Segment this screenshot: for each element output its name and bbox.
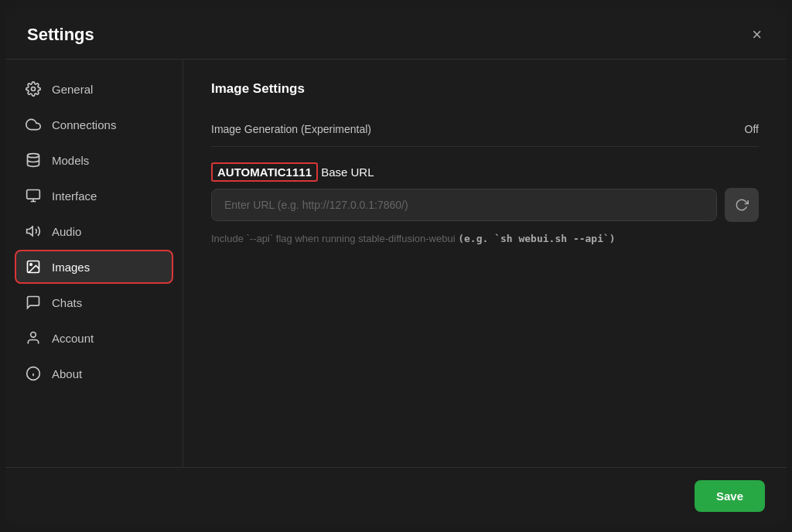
modal-body: General Connections Mo	[5, 60, 787, 467]
sidebar-item-chats[interactable]: Chats	[15, 285, 173, 319]
automatic1111-label: AUTOMATIC1111 Base URL	[211, 165, 759, 179]
hint-normal: Include `--api` flag when running stable…	[211, 233, 458, 244]
svg-point-1	[28, 154, 39, 158]
sidebar-item-about-label: About	[52, 367, 82, 380]
sidebar-item-models[interactable]: Models	[15, 143, 173, 177]
modal-footer: Save	[5, 467, 787, 524]
settings-modal: Settings × General	[5, 8, 787, 524]
gear-icon	[26, 81, 41, 97]
main-content: Image Settings Image Generation (Experim…	[183, 60, 787, 467]
sidebar-item-general-label: General	[52, 83, 93, 96]
sidebar-item-models-label: Models	[52, 154, 89, 167]
refresh-icon	[735, 198, 749, 212]
url-input[interactable]	[211, 189, 717, 221]
sidebar-item-interface[interactable]: Interface	[15, 179, 173, 213]
save-button[interactable]: Save	[695, 480, 765, 512]
automatic1111-highlight: AUTOMATIC1111	[211, 162, 318, 182]
sidebar-item-chats-label: Chats	[52, 296, 82, 309]
sidebar: General Connections Mo	[5, 60, 183, 467]
svg-rect-2	[27, 190, 40, 200]
sidebar-item-general[interactable]: General	[15, 72, 173, 106]
svg-marker-5	[27, 227, 33, 236]
monitor-icon	[26, 188, 41, 203]
modal-title: Settings	[27, 25, 94, 45]
sidebar-item-audio[interactable]: Audio	[15, 214, 173, 248]
sidebar-item-connections[interactable]: Connections	[15, 107, 173, 142]
close-button[interactable]: ×	[749, 23, 765, 46]
section-title: Image Settings	[211, 81, 759, 97]
base-url-label: Base URL	[321, 165, 374, 179]
sidebar-item-connections-label: Connections	[52, 118, 116, 131]
image-icon	[26, 259, 41, 275]
chat-icon	[26, 295, 41, 310]
image-generation-value: Off	[745, 123, 759, 135]
hint-text: Include `--api` flag when running stable…	[211, 231, 759, 247]
svg-point-7	[30, 264, 32, 266]
sidebar-item-account-label: Account	[52, 332, 94, 345]
modal-header: Settings ×	[5, 8, 787, 60]
image-generation-label: Image Generation (Experimental)	[211, 123, 371, 135]
speaker-icon	[26, 223, 41, 239]
sidebar-item-account[interactable]: Account	[15, 321, 173, 355]
image-generation-row: Image Generation (Experimental) Off	[211, 112, 759, 147]
sidebar-item-audio-label: Audio	[52, 225, 81, 238]
sidebar-item-about[interactable]: About	[15, 356, 173, 390]
sidebar-item-images-label: Images	[52, 261, 90, 274]
sidebar-item-interface-label: Interface	[52, 189, 97, 203]
person-icon	[26, 330, 41, 346]
sidebar-item-images[interactable]: Images	[15, 250, 173, 284]
url-input-row	[211, 188, 759, 222]
info-icon	[26, 366, 41, 381]
svg-point-8	[31, 332, 36, 338]
cloud-icon	[26, 117, 41, 132]
svg-point-0	[32, 87, 36, 91]
refresh-button[interactable]	[725, 188, 759, 222]
stack-icon	[26, 152, 41, 168]
hint-bold: (e.g. `sh webui.sh --api`)	[458, 233, 616, 244]
